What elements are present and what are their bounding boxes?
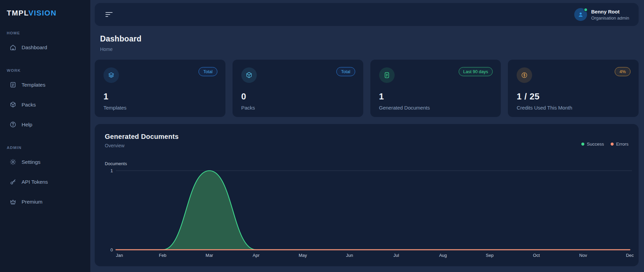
layers-icon xyxy=(103,67,119,83)
generated-documents-chart-card: Generated Documents Overview Success Err… xyxy=(95,124,639,266)
section-label-admin: ADMIN xyxy=(6,146,84,150)
main-content: Benny Root Organisation admin Dashboard … xyxy=(90,0,644,272)
svg-text:Feb: Feb xyxy=(159,253,166,258)
stat-badge: Total xyxy=(198,67,217,76)
svg-text:Documents: Documents xyxy=(105,161,127,166)
stat-label: Generated Documents xyxy=(379,105,492,111)
stat-value: 1 xyxy=(103,91,217,102)
avatar xyxy=(574,8,587,21)
coin-icon xyxy=(517,67,532,83)
svg-text:1: 1 xyxy=(111,168,113,173)
sidebar-section-work: WORK Templates Packs Help xyxy=(6,68,84,132)
sidebar-item-label: Templates xyxy=(22,82,45,88)
stat-value: 0 xyxy=(241,91,355,102)
sidebar-section-home: HOME Dashboard xyxy=(6,31,84,55)
online-status-dot xyxy=(584,8,588,12)
key-icon xyxy=(9,178,17,185)
brand-logo-secondary: VISION xyxy=(28,9,57,17)
sidebar-item-premium[interactable]: Premium xyxy=(6,194,84,209)
stat-badge: Last 90 days xyxy=(459,67,493,76)
sidebar-item-label: Help xyxy=(22,122,32,128)
menu-toggle-icon[interactable] xyxy=(104,11,114,18)
sidebar-section-admin: ADMIN Settings API Tokens Premium xyxy=(6,146,84,209)
cube-icon xyxy=(9,101,17,108)
user-role: Organisation admin xyxy=(591,16,629,21)
svg-text:Jun: Jun xyxy=(346,253,353,258)
stat-badge: Total xyxy=(336,67,355,76)
page-head: Dashboard Home xyxy=(100,34,639,52)
stat-card-packs: Total 0 Packs xyxy=(233,60,363,117)
svg-text:May: May xyxy=(299,253,307,258)
user-info: Benny Root Organisation admin xyxy=(591,9,629,21)
sidebar-item-label: Dashboard xyxy=(22,44,47,51)
svg-text:Jan: Jan xyxy=(116,253,123,258)
svg-text:Sep: Sep xyxy=(486,253,494,258)
svg-text:Apr: Apr xyxy=(253,253,260,258)
crown-icon xyxy=(9,198,17,205)
stat-label: Templates xyxy=(103,105,217,111)
svg-text:Jul: Jul xyxy=(394,253,399,258)
cube-icon xyxy=(241,67,257,83)
stat-label: Packs xyxy=(241,105,355,111)
user-menu[interactable]: Benny Root Organisation admin xyxy=(574,8,629,21)
sidebar-item-settings[interactable]: Settings xyxy=(6,154,84,170)
help-icon xyxy=(9,121,17,128)
section-label-work: WORK xyxy=(6,68,84,72)
sidebar: TMPLVISION HOME Dashboard WORK Templates… xyxy=(0,0,90,272)
document-icon xyxy=(9,81,17,88)
svg-text:0: 0 xyxy=(111,247,113,252)
documents-area-chart: 01DocumentsJanFebMarAprMayJunJulAugSepOc… xyxy=(95,124,639,266)
sidebar-item-label: Premium xyxy=(22,199,42,205)
brand-logo-primary: TMPL xyxy=(7,9,28,17)
svg-text:Aug: Aug xyxy=(439,253,447,258)
document-icon xyxy=(379,67,395,83)
stat-label: Credits Used This Month xyxy=(517,105,630,111)
sidebar-item-api-tokens[interactable]: API Tokens xyxy=(6,174,84,189)
brand-logo[interactable]: TMPLVISION xyxy=(6,9,84,18)
topbar: Benny Root Organisation admin xyxy=(95,3,639,26)
stat-value: 1 xyxy=(379,91,492,102)
sidebar-item-label: Packs xyxy=(22,102,36,108)
section-label-home: HOME xyxy=(6,31,84,35)
sidebar-item-dashboard[interactable]: Dashboard xyxy=(6,40,84,55)
stat-card-credits: 4% 1 / 25 Credits Used This Month xyxy=(508,60,639,117)
user-name: Benny Root xyxy=(591,9,629,14)
stat-badge: 4% xyxy=(615,67,631,76)
person-icon xyxy=(577,11,584,18)
sidebar-item-label: Settings xyxy=(22,159,40,165)
breadcrumb[interactable]: Home xyxy=(100,47,639,52)
stat-card-generated-documents: Last 90 days 1 Generated Documents xyxy=(370,60,501,117)
sidebar-item-packs[interactable]: Packs xyxy=(6,97,84,112)
page-title: Dashboard xyxy=(100,34,639,43)
app-root: TMPLVISION HOME Dashboard WORK Templates… xyxy=(0,0,644,272)
stat-cards-row: Total 1 Templates Total 0 Packs Last 90 … xyxy=(95,60,639,117)
sidebar-item-label: API Tokens xyxy=(22,179,48,185)
svg-text:Dec: Dec xyxy=(626,253,634,258)
svg-text:Oct: Oct xyxy=(533,253,540,258)
gear-icon xyxy=(9,158,17,165)
sidebar-item-help[interactable]: Help xyxy=(6,117,84,132)
svg-text:Nov: Nov xyxy=(579,253,587,258)
stat-card-templates: Total 1 Templates xyxy=(95,60,225,117)
home-icon xyxy=(9,44,17,51)
sidebar-item-templates[interactable]: Templates xyxy=(6,77,84,92)
stat-value: 1 / 25 xyxy=(517,91,630,102)
svg-text:Mar: Mar xyxy=(206,253,213,258)
